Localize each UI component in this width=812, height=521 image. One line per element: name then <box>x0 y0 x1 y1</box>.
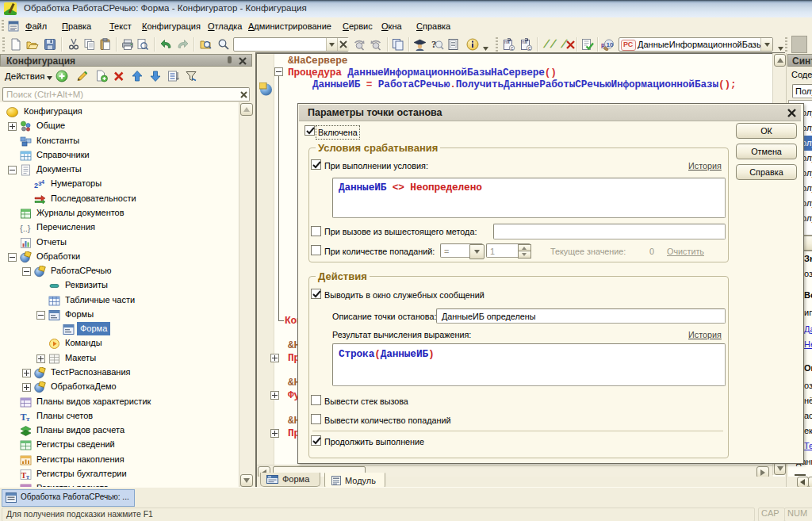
svg-text:{..}: {..} <box>20 224 31 233</box>
svg-text:т: т <box>26 415 30 423</box>
svg-text:10: 10 <box>607 41 614 48</box>
svg-text:па: па <box>522 40 527 44</box>
svg-text:т: т <box>26 473 29 481</box>
svg-text:4: 4 <box>41 179 44 185</box>
svg-text:па: па <box>504 40 510 44</box>
